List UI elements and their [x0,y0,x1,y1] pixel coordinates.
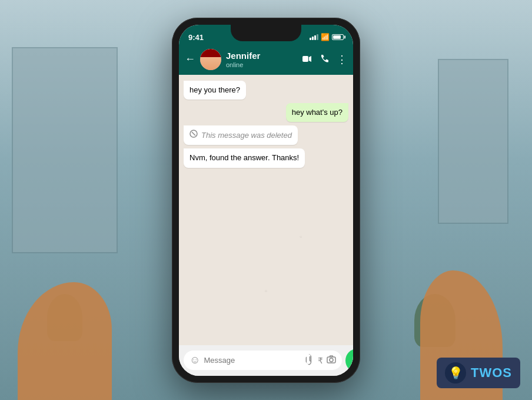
input-wrapper: ☺ ₹ [184,351,342,370]
phone-screen: 9:41 📶 ← [179,25,353,376]
phone-body: 9:41 📶 ← [172,18,360,383]
phone-notch [231,25,301,41]
voice-call-icon[interactable] [320,54,328,64]
svg-rect-0 [302,56,308,62]
mic-button[interactable] [345,349,353,372]
svg-line-3 [192,132,195,135]
message-input[interactable] [204,356,302,365]
phone-wrapper: 9:41 📶 ← [172,18,360,383]
signal-bars-icon [310,34,318,40]
svg-point-5 [330,358,333,362]
svg-marker-1 [309,56,311,62]
currency-icon[interactable]: ₹ [318,356,323,365]
header-actions: ⋮ [302,53,347,66]
bg-building-right [438,59,508,224]
contact-name: Jennifer [226,51,298,61]
message-text: Nvm, found the answer. Thanks! [189,153,299,162]
bg-building-left [12,47,118,253]
wifi-icon: 📶 [321,33,330,41]
emoji-button[interactable]: ☺ [189,354,200,366]
deleted-message-bubble: This message was deleted [184,125,298,146]
video-call-icon[interactable] [302,55,312,64]
twos-logo: 💡 [445,362,466,384]
attach-icon[interactable] [304,353,317,367]
battery-icon [332,34,344,40]
status-icons: 📶 [310,33,344,41]
contact-status: online [226,61,298,68]
twos-logo-icon: 💡 [448,366,463,380]
more-options-icon[interactable]: ⋮ [337,53,347,66]
message-bubble: Nvm, found the answer. Thanks! [184,148,305,167]
message-bubble: hey you there? [184,81,246,100]
contact-info: Jennifer online [226,51,298,68]
status-time: 9:41 [188,33,204,42]
chat-area: hey you there? hey what's up? This messa… [179,75,353,345]
deleted-icon [189,130,198,141]
chat-header: ← Jennifer online [179,44,353,75]
twos-brand-text: TWOS [471,365,512,381]
input-bar: ☺ ₹ [179,345,353,376]
message-bubble: hey what's up? [286,103,348,122]
message-text: hey you there? [189,85,240,94]
message-text: hey what's up? [292,108,343,117]
twos-badge: 💡 TWOS [437,358,520,388]
camera-icon[interactable] [327,355,336,366]
deleted-message-text: This message was deleted [201,130,292,141]
avatar [200,49,221,70]
back-button[interactable]: ← [185,53,195,65]
